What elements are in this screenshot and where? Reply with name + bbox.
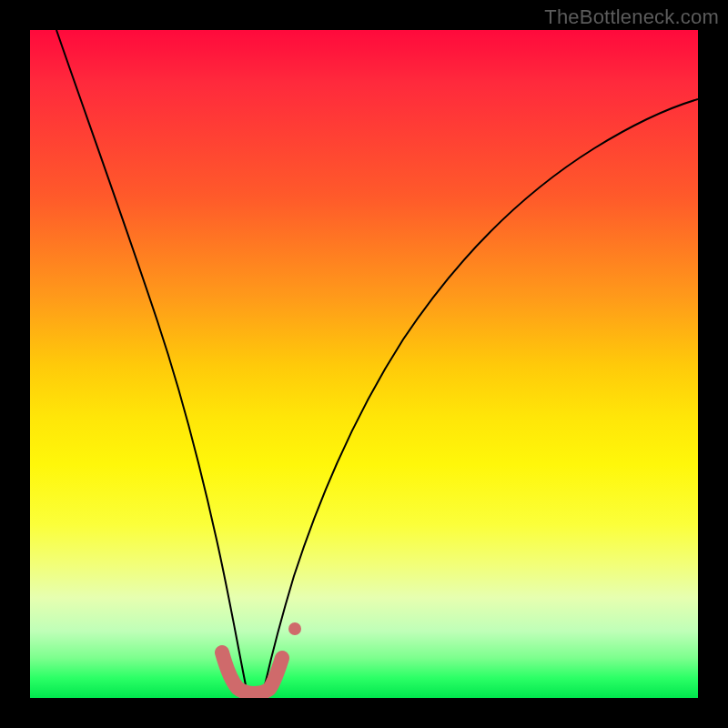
highlight-segment [222,652,282,693]
curve-layer [30,30,698,698]
plot-area [30,30,698,698]
outlier-point [288,622,301,635]
watermark-text: TheBottleneck.com [544,5,719,29]
chart-frame: TheBottleneck.com [0,0,728,728]
bottleneck-curve [56,30,698,693]
